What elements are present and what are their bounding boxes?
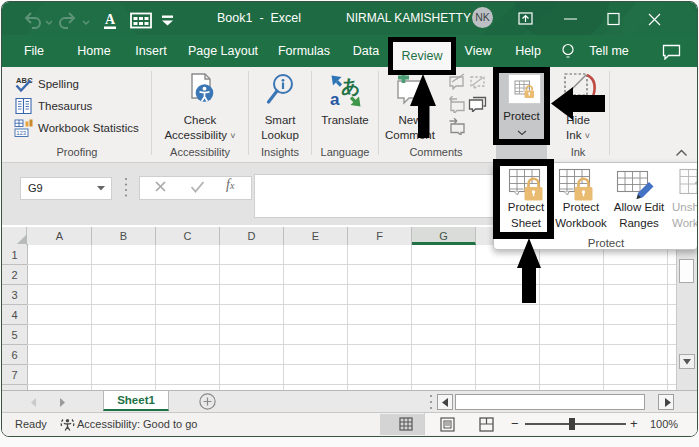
svg-text:123: 123 bbox=[16, 130, 27, 136]
svg-text:あ: あ bbox=[341, 76, 360, 97]
svg-text:ABC: ABC bbox=[16, 76, 33, 85]
svg-text:a: a bbox=[330, 90, 340, 108]
svg-text:A: A bbox=[105, 12, 116, 27]
